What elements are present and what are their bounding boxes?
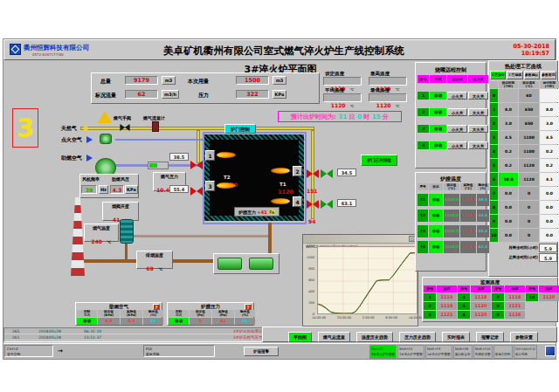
- process-segment-row[interactable]: 100.000.0: [490, 229, 556, 242]
- no: 7: [490, 187, 498, 200]
- damper-position-top: 38.5: [169, 153, 189, 161]
- system-tray-icon[interactable]: [545, 346, 556, 356]
- login-logout-key[interactable]: Ctrl+Z 登录注销: [4, 345, 53, 357]
- pressure-panel-help-button[interactable]: ?: [245, 304, 252, 310]
- monitor-no: 1: [424, 293, 436, 301]
- screen-shortcut[interactable]: Shift+F31#淬火炉平面图: [425, 345, 452, 359]
- y-tick: 800: [308, 267, 314, 271]
- chamber-temp-row[interactable]: T2自动1120.01119.934.5: [418, 210, 484, 222]
- estimate-hour: 0: [357, 113, 362, 120]
- label: 压力历史趋势: [399, 332, 436, 342]
- trend-titlebar[interactable]: WinCC OnlineTrendControl □: [303, 235, 418, 244]
- process-segment-row[interactable]: 34.511004.5: [490, 131, 556, 144]
- set_time: 0.0: [499, 215, 518, 228]
- label: 装出料台车: [455, 352, 471, 357]
- burner-tag-4[interactable]: 4: [293, 196, 302, 207]
- chamber-temp-row[interactable]: T4自动1120.01119.962.4: [418, 241, 484, 253]
- max-temp-value: 1120 ℃: [369, 77, 407, 86]
- circulation-pump-2[interactable]: [249, 258, 273, 270]
- no: 6: [490, 173, 498, 186]
- burner1-gas-valve[interactable]: [190, 161, 203, 169]
- gas-hand-valve-icon[interactable]: [120, 124, 129, 131]
- ignition-air-label: 点火空气: [61, 136, 82, 144]
- burner-tag-1[interactable]: 1: [205, 150, 215, 161]
- chamber-temp-row[interactable]: T1自动1120.01119.938.5: [418, 194, 484, 206]
- trend-y-axis-labels: 020040060080010001200: [303, 244, 315, 319]
- burner-control-row[interactable]: 1自动小火关大火关: [418, 92, 484, 100]
- alarm-row[interactable]: 2612018/05/2813:51:373#炉天然气压力低: [4, 334, 275, 340]
- furnace-number-badge: 3: [12, 108, 38, 148]
- pressure-mode-cell[interactable]: 自动: [169, 318, 189, 325]
- process-segment-row[interactable]: 70.000.0: [490, 187, 556, 200]
- burner2-air-valve[interactable]: [321, 169, 333, 178]
- process-segment-row[interactable]: 060: [490, 89, 556, 102]
- gas-total-unit: m3: [162, 76, 176, 85]
- air-mode-cell[interactable]: 自动: [77, 318, 97, 325]
- burner-tag-3[interactable]: 3: [205, 181, 215, 191]
- burner2-gas-valve[interactable]: [307, 169, 319, 178]
- process-confirm-button[interactable]: 参数确认: [524, 71, 540, 79]
- furnace-temp-alarm-button[interactable]: 炉温报警: [244, 347, 279, 356]
- exhaust-temp-value: 69: [147, 265, 154, 272]
- screen-shortcut[interactable]: Ctrl+F13#淬火炉平面图: [369, 345, 397, 359]
- screen-shortcut[interactable]: Shift+F10系统状态图: [473, 345, 493, 359]
- burner-control-row[interactable]: 4自动小火关大火关: [418, 141, 484, 149]
- state: 自动: [429, 241, 443, 253]
- trend-window[interactable]: WinCC OnlineTrendControl □ 0200400600800…: [302, 234, 418, 327]
- burner4-gas-valve[interactable]: [307, 200, 319, 209]
- burner3-gas-valve[interactable]: [190, 187, 203, 196]
- set_time: 0.0: [499, 229, 518, 242]
- process-segment-row[interactable]: 90.000.0: [490, 215, 556, 228]
- burner2-flame: [271, 168, 290, 174]
- burner-control-row[interactable]: 2自动小火关大火关: [418, 108, 484, 116]
- y-tick: 600: [308, 279, 314, 282]
- burner-tag-2[interactable]: 2: [293, 166, 302, 176]
- chamber-temp-panel: 炉膛温度 序号 状态 设定值(℃) 实际值(℃) 输出值(%) T1自动1120…: [415, 172, 487, 272]
- no: 9: [490, 215, 498, 228]
- label: 平面图: [288, 332, 312, 342]
- process-segment-row[interactable]: 18.06508.0: [490, 103, 556, 116]
- no: 2: [418, 108, 429, 116]
- screen-shortcut[interactable]: Ctrl+Alt+F12退出系统: [514, 345, 538, 359]
- segment-remaining-label: 段剩余时间(小时): [490, 244, 538, 252]
- damper-auto-indicator[interactable]: [148, 162, 169, 169]
- process-segment-row[interactable]: 80.000.0: [490, 201, 556, 214]
- burner4-air-valve[interactable]: [321, 200, 333, 209]
- screen-shortcut[interactable]: Shift+F8装出料台车: [453, 345, 473, 359]
- set_time: [499, 89, 518, 102]
- menu-hide-key[interactable]: F10 菜单消隐: [143, 345, 215, 357]
- circulation-pump-1[interactable]: [217, 258, 242, 270]
- gas-total-value: 9179: [125, 76, 158, 85]
- screen-shortcut[interactable]: 本地工控机: [493, 345, 513, 359]
- ignition-air-fan-icon[interactable]: [100, 134, 112, 144]
- hand-valve-label: 燃气手阀: [114, 115, 131, 120]
- air-actual-cell: 4.3: [121, 318, 142, 325]
- process-segment-row[interactable]: 23.06503.0: [490, 117, 556, 130]
- burner-control-row[interactable]: 3自动小火关大火关: [418, 125, 484, 133]
- process-segment-row[interactable]: 610.011204.1: [490, 173, 556, 186]
- process-run-button[interactable]: 工艺执行: [490, 71, 506, 79]
- alarm-list[interactable]: 2652018/05/2806:31:103#炉火焰检测丢失2612018/05…: [3, 327, 276, 342]
- label: 1#淬火炉平面图: [427, 352, 451, 357]
- door-control-button[interactable]: 炉门控制: [224, 124, 256, 134]
- set: 1120.0: [444, 241, 459, 253]
- gas-flow-label: 标况流量: [95, 92, 116, 100]
- burner-control-title: 烧嘴远程控制: [418, 65, 484, 75]
- screen-shortcut[interactable]: Shift+F22#淬火炉平面图: [397, 345, 424, 359]
- air-panel-help-button[interactable]: ?: [153, 304, 160, 310]
- process-cancel-button[interactable]: 参数取消: [541, 71, 556, 79]
- heat-exchanger: [120, 219, 134, 244]
- monitor-no: 2: [424, 302, 436, 310]
- alarm-row[interactable]: 2652018/05/2806:31:103#炉火焰检测丢失: [4, 328, 275, 334]
- exhaust-temp-panel: 排烟温度 69 ℃: [136, 251, 173, 269]
- process-edit-button[interactable]: 工艺编辑: [507, 71, 522, 79]
- chamber-temp-row[interactable]: T3自动1120.01119.955.4: [418, 225, 484, 237]
- gas-pressure-label: 压力: [198, 92, 209, 100]
- min-temp-label: 最低温度: [370, 87, 390, 93]
- process-segment-row[interactable]: 50.211200.2: [490, 159, 556, 172]
- monitor-temp: 1120: [471, 311, 491, 319]
- monitor-temp-title: 监测温度: [424, 279, 556, 285]
- process-segment-row[interactable]: 40.211000.2: [490, 145, 556, 158]
- run_time: 0.2: [540, 159, 559, 172]
- label: 参数设置: [510, 332, 538, 342]
